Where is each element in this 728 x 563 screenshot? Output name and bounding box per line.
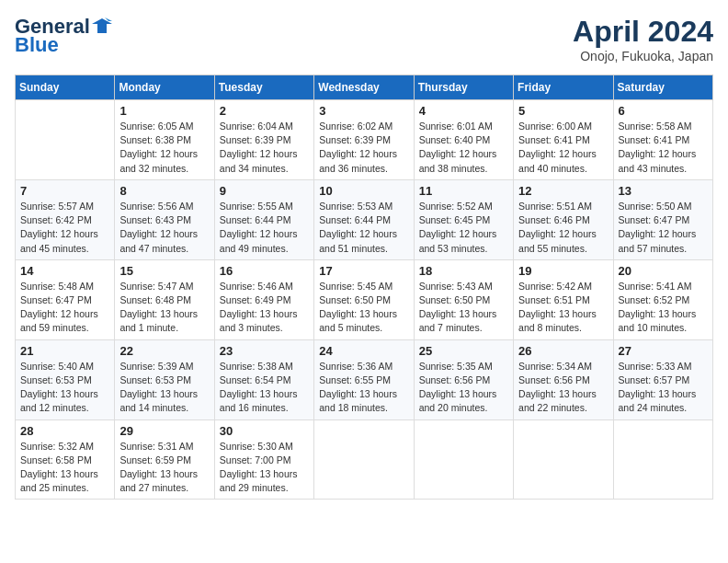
day-info: Sunrise: 6:05 AM Sunset: 6:38 PM Dayligh…: [119, 120, 209, 176]
calendar-cell: 30Sunrise: 5:30 AM Sunset: 7:00 PM Dayli…: [214, 419, 313, 500]
calendar-cell: 22Sunrise: 5:39 AM Sunset: 6:53 PM Dayli…: [115, 339, 214, 419]
day-number: 15: [119, 264, 209, 278]
day-info: Sunrise: 5:57 AM Sunset: 6:42 PM Dayligh…: [20, 200, 109, 256]
day-info: Sunrise: 5:34 AM Sunset: 6:56 PM Dayligh…: [518, 360, 608, 416]
day-number: 24: [319, 344, 408, 358]
calendar-cell: 8Sunrise: 5:56 AM Sunset: 6:43 PM Daylig…: [115, 179, 214, 259]
day-number: 27: [619, 344, 708, 358]
day-number: 23: [220, 344, 309, 358]
day-number: 21: [20, 344, 109, 358]
logo: General Blue: [15, 15, 112, 57]
calendar-header: SundayMondayTuesdayWednesdayThursdayFrid…: [16, 75, 713, 100]
calendar-cell: 19Sunrise: 5:42 AM Sunset: 6:51 PM Dayli…: [514, 259, 613, 339]
day-info: Sunrise: 5:47 AM Sunset: 6:48 PM Dayligh…: [119, 280, 209, 336]
day-info: Sunrise: 5:46 AM Sunset: 6:49 PM Dayligh…: [220, 280, 309, 336]
day-number: 28: [20, 424, 109, 438]
calendar-cell: 16Sunrise: 5:46 AM Sunset: 6:49 PM Dayli…: [214, 259, 313, 339]
calendar-cell: 14Sunrise: 5:48 AM Sunset: 6:47 PM Dayli…: [16, 259, 115, 339]
calendar-cell: 11Sunrise: 5:52 AM Sunset: 6:45 PM Dayli…: [414, 179, 513, 259]
day-info: Sunrise: 5:50 AM Sunset: 6:47 PM Dayligh…: [619, 200, 708, 256]
calendar-cell: [613, 419, 712, 500]
day-number: 4: [419, 104, 508, 118]
week-row-2: 14Sunrise: 5:48 AM Sunset: 6:47 PM Dayli…: [16, 259, 713, 339]
month-title: April 2024: [573, 15, 713, 49]
week-row-1: 7Sunrise: 5:57 AM Sunset: 6:42 PM Daylig…: [16, 179, 713, 259]
day-number: 22: [119, 344, 209, 358]
day-number: 29: [119, 424, 209, 438]
day-info: Sunrise: 5:38 AM Sunset: 6:54 PM Dayligh…: [220, 360, 309, 416]
day-info: Sunrise: 6:00 AM Sunset: 6:41 PM Dayligh…: [518, 120, 608, 176]
calendar-cell: 1Sunrise: 6:05 AM Sunset: 6:38 PM Daylig…: [115, 100, 214, 180]
calendar-cell: 26Sunrise: 5:34 AM Sunset: 6:56 PM Dayli…: [514, 339, 613, 419]
col-header-sunday: Sunday: [16, 75, 115, 100]
calendar-cell: 15Sunrise: 5:47 AM Sunset: 6:48 PM Dayli…: [115, 259, 214, 339]
calendar-cell: 25Sunrise: 5:35 AM Sunset: 6:56 PM Dayli…: [414, 339, 513, 419]
day-info: Sunrise: 5:52 AM Sunset: 6:45 PM Dayligh…: [419, 200, 508, 256]
day-number: 9: [220, 184, 309, 198]
calendar-cell: 24Sunrise: 5:36 AM Sunset: 6:55 PM Dayli…: [314, 339, 414, 419]
day-info: Sunrise: 5:30 AM Sunset: 7:00 PM Dayligh…: [220, 440, 309, 496]
calendar-cell: 27Sunrise: 5:33 AM Sunset: 6:57 PM Dayli…: [613, 339, 712, 419]
day-info: Sunrise: 5:32 AM Sunset: 6:58 PM Dayligh…: [20, 440, 109, 496]
week-row-3: 21Sunrise: 5:40 AM Sunset: 6:53 PM Dayli…: [16, 339, 713, 419]
day-info: Sunrise: 6:01 AM Sunset: 6:40 PM Dayligh…: [419, 120, 508, 176]
calendar-cell: 21Sunrise: 5:40 AM Sunset: 6:53 PM Dayli…: [16, 339, 115, 419]
day-info: Sunrise: 5:58 AM Sunset: 6:41 PM Dayligh…: [619, 120, 708, 176]
logo-bird-icon: [92, 17, 112, 33]
day-info: Sunrise: 6:04 AM Sunset: 6:39 PM Dayligh…: [220, 120, 309, 176]
day-number: 18: [419, 264, 508, 278]
location-subtitle: Onojo, Fukuoka, Japan: [573, 49, 713, 63]
day-number: 13: [619, 184, 708, 198]
calendar-cell: [514, 419, 613, 500]
header: General Blue April 2024 Onojo, Fukuoka, …: [15, 15, 713, 63]
day-info: Sunrise: 5:42 AM Sunset: 6:51 PM Dayligh…: [518, 280, 608, 336]
day-number: 20: [619, 264, 708, 278]
day-info: Sunrise: 5:41 AM Sunset: 6:52 PM Dayligh…: [619, 280, 708, 336]
day-number: 1: [119, 104, 209, 118]
calendar-cell: 23Sunrise: 5:38 AM Sunset: 6:54 PM Dayli…: [214, 339, 313, 419]
day-info: Sunrise: 5:35 AM Sunset: 6:56 PM Dayligh…: [419, 360, 508, 416]
day-number: 5: [518, 104, 608, 118]
day-number: 16: [220, 264, 309, 278]
day-info: Sunrise: 5:40 AM Sunset: 6:53 PM Dayligh…: [20, 360, 109, 416]
calendar-body: 1Sunrise: 6:05 AM Sunset: 6:38 PM Daylig…: [16, 100, 713, 500]
day-number: 25: [419, 344, 508, 358]
day-number: 2: [220, 104, 309, 118]
col-header-friday: Friday: [514, 75, 613, 100]
day-number: 7: [20, 184, 109, 198]
day-info: Sunrise: 6:02 AM Sunset: 6:39 PM Dayligh…: [319, 120, 408, 176]
day-info: Sunrise: 5:31 AM Sunset: 6:59 PM Dayligh…: [119, 440, 209, 496]
week-row-0: 1Sunrise: 6:05 AM Sunset: 6:38 PM Daylig…: [16, 100, 713, 180]
col-header-thursday: Thursday: [414, 75, 513, 100]
calendar-table: SundayMondayTuesdayWednesdayThursdayFrid…: [15, 75, 713, 500]
header-row: SundayMondayTuesdayWednesdayThursdayFrid…: [16, 75, 713, 100]
day-number: 10: [319, 184, 408, 198]
calendar-cell: 18Sunrise: 5:43 AM Sunset: 6:50 PM Dayli…: [414, 259, 513, 339]
day-number: 3: [319, 104, 408, 118]
calendar-cell: 10Sunrise: 5:53 AM Sunset: 6:44 PM Dayli…: [314, 179, 414, 259]
col-header-tuesday: Tuesday: [214, 75, 313, 100]
calendar-cell: 28Sunrise: 5:32 AM Sunset: 6:58 PM Dayli…: [16, 419, 115, 500]
calendar-cell: 12Sunrise: 5:51 AM Sunset: 6:46 PM Dayli…: [514, 179, 613, 259]
day-number: 14: [20, 264, 109, 278]
calendar-cell: 2Sunrise: 6:04 AM Sunset: 6:39 PM Daylig…: [214, 100, 313, 180]
day-info: Sunrise: 5:36 AM Sunset: 6:55 PM Dayligh…: [319, 360, 408, 416]
calendar-cell: 7Sunrise: 5:57 AM Sunset: 6:42 PM Daylig…: [16, 179, 115, 259]
col-header-monday: Monday: [115, 75, 214, 100]
day-info: Sunrise: 5:51 AM Sunset: 6:46 PM Dayligh…: [518, 200, 608, 256]
day-number: 8: [119, 184, 209, 198]
calendar-cell: 13Sunrise: 5:50 AM Sunset: 6:47 PM Dayli…: [613, 179, 712, 259]
calendar-cell: 3Sunrise: 6:02 AM Sunset: 6:39 PM Daylig…: [314, 100, 414, 180]
logo-blue: Blue: [15, 33, 59, 57]
day-number: 19: [518, 264, 608, 278]
day-number: 12: [518, 184, 608, 198]
day-number: 6: [619, 104, 708, 118]
day-number: 17: [319, 264, 408, 278]
calendar-cell: 5Sunrise: 6:00 AM Sunset: 6:41 PM Daylig…: [514, 100, 613, 180]
day-info: Sunrise: 5:43 AM Sunset: 6:50 PM Dayligh…: [419, 280, 508, 336]
week-row-4: 28Sunrise: 5:32 AM Sunset: 6:58 PM Dayli…: [16, 419, 713, 500]
title-area: April 2024 Onojo, Fukuoka, Japan: [573, 15, 713, 63]
calendar-cell: 17Sunrise: 5:45 AM Sunset: 6:50 PM Dayli…: [314, 259, 414, 339]
day-info: Sunrise: 5:56 AM Sunset: 6:43 PM Dayligh…: [119, 200, 209, 256]
day-info: Sunrise: 5:48 AM Sunset: 6:47 PM Dayligh…: [20, 280, 109, 336]
